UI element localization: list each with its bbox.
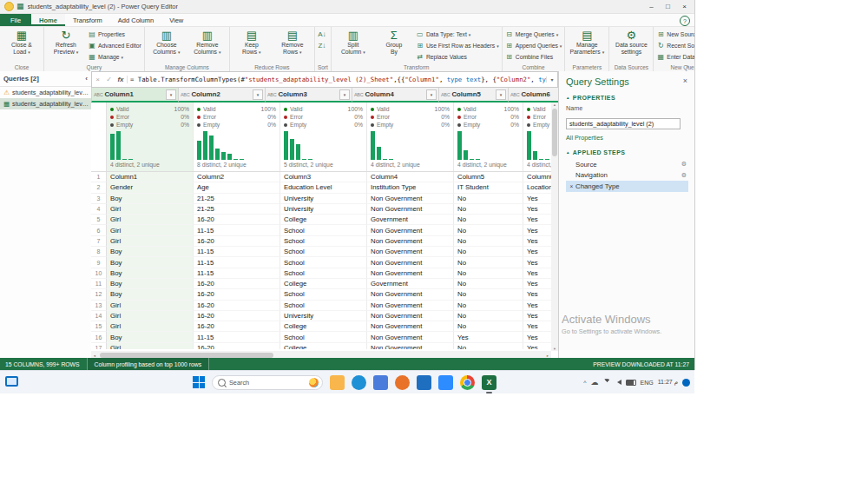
row-number[interactable]: 1 — [91, 172, 107, 182]
formula-input[interactable]: = Table.TransformColumnTypes(#"students_… — [128, 76, 546, 83]
query-name-input[interactable] — [566, 118, 681, 129]
vertical-scrollbar[interactable]: ▴ ▾ — [551, 103, 558, 351]
row-number[interactable]: 8 — [91, 247, 107, 257]
cell[interactable]: Boy — [107, 279, 194, 289]
cell[interactable]: University — [280, 204, 367, 215]
cell[interactable]: School — [280, 301, 367, 311]
cell[interactable]: Column2 — [194, 172, 280, 182]
cell[interactable]: Non Government — [367, 332, 454, 342]
cell[interactable]: Non Government — [367, 236, 454, 247]
cell[interactable]: Education Level — [280, 182, 367, 193]
cell[interactable]: Non Government — [367, 289, 454, 300]
ribbon-button-replace-values[interactable]: ⇄Replace Values — [416, 52, 499, 62]
cell[interactable]: Government — [367, 279, 454, 289]
cell[interactable]: No — [454, 204, 523, 215]
ribbon-button-new-source[interactable]: ⊞New Source▾ — [656, 30, 694, 39]
hidden-icons-chevron[interactable]: ^ — [583, 380, 586, 386]
ribbon-button-properties[interactable]: ▤Properties — [88, 30, 141, 39]
ribbon-button-sort-za[interactable]: Z↓ — [318, 41, 328, 50]
ribbon-button-append-queries[interactable]: ⊞Append Queries▾ — [505, 41, 562, 50]
battery-icon[interactable] — [626, 380, 636, 386]
monitor-icon[interactable] — [5, 376, 18, 387]
cell[interactable]: IT Student — [454, 182, 523, 193]
cell[interactable]: No — [454, 225, 523, 235]
row-number[interactable]: 10 — [91, 268, 107, 279]
gear-icon[interactable]: ⚙ — [681, 161, 687, 168]
cell[interactable]: 16-20 — [194, 289, 280, 300]
ribbon-button-remove-columns[interactable]: ▥RemoveColumns▾ — [188, 29, 227, 56]
row-number[interactable]: 12 — [91, 289, 107, 300]
cell[interactable]: Non Government — [367, 257, 454, 268]
query-item[interactable]: ⚠students_adaptability_level (2) — [0, 87, 91, 98]
row-number[interactable]: 16 — [91, 332, 107, 342]
ribbon-button-enter-data[interactable]: ▦Enter Data — [656, 52, 694, 62]
cell[interactable]: Non Government — [367, 268, 454, 279]
scroll-down-icon[interactable]: ▾ — [554, 347, 556, 351]
filter-dropdown-icon[interactable]: ▾ — [339, 89, 350, 100]
microsoft-edge-icon[interactable] — [352, 375, 366, 390]
cell[interactable]: No — [454, 215, 523, 225]
cell[interactable]: Girl — [107, 321, 194, 332]
cell[interactable]: Non Government — [367, 225, 454, 235]
ribbon-button-refresh-preview[interactable]: ↻RefreshPreview▾ — [47, 29, 85, 56]
close-button[interactable]: × — [676, 1, 693, 13]
ribbon-button-manage[interactable]: ▦Manage▾ — [88, 52, 141, 62]
start-button[interactable] — [193, 376, 205, 388]
cell[interactable]: Boy — [107, 247, 194, 257]
cell[interactable]: 16-20 — [194, 343, 280, 349]
language-indicator[interactable]: ENG — [641, 380, 654, 386]
cell[interactable]: Girl — [107, 236, 194, 247]
column-header-column6[interactable]: ABCColumn6▾ — [509, 88, 558, 103]
ribbon-button-close-load[interactable]: ▦Close &Load▾ — [3, 29, 41, 56]
ribbon-button-choose-columns[interactable]: ▥ChooseColumns▾ — [148, 29, 186, 56]
cancel-formula-icon[interactable]: × — [92, 76, 103, 83]
cell[interactable]: Government — [367, 215, 454, 225]
ribbon-button-group-by[interactable]: ΣGroupBy — [375, 29, 413, 56]
cell[interactable]: 16-20 — [194, 236, 280, 247]
properties-section-header[interactable]: ▲ PROPERTIES — [566, 95, 687, 101]
scroll-up-icon[interactable]: ▴ — [554, 103, 556, 107]
cell[interactable]: University — [280, 311, 367, 321]
scroll-left-icon[interactable]: ◂ — [91, 354, 98, 358]
cell[interactable]: College — [280, 215, 367, 225]
ribbon-button-manage-parameters[interactable]: ▤ManageParameters▾ — [568, 29, 606, 56]
cell[interactable]: Column4 — [367, 172, 454, 182]
cell[interactable]: College — [280, 279, 367, 289]
cell[interactable]: Non Government — [367, 321, 454, 332]
cell[interactable]: Institution Type — [367, 182, 454, 193]
cell[interactable]: No — [454, 268, 523, 279]
row-number[interactable]: 3 — [91, 194, 107, 204]
row-number[interactable]: 15 — [91, 321, 107, 332]
cell[interactable]: Column1 — [107, 172, 194, 182]
cell[interactable]: No — [454, 236, 523, 247]
applied-step-navigation[interactable]: Navigation⚙ — [566, 170, 688, 182]
row-number[interactable]: 7 — [91, 236, 107, 247]
excel-icon[interactable]: X — [482, 375, 496, 390]
column-header-column1[interactable]: ABCColumn1▾ — [92, 88, 179, 103]
filter-dropdown-icon[interactable]: ▾ — [253, 89, 263, 100]
cell[interactable]: University — [280, 194, 367, 204]
cell[interactable]: Boy — [107, 257, 194, 268]
wifi-icon[interactable] — [603, 379, 610, 386]
file-explorer-icon[interactable] — [330, 375, 345, 390]
ribbon-button-combine-files[interactable]: ⊞Combine Files — [505, 52, 562, 62]
cell[interactable]: No — [454, 257, 523, 268]
row-number[interactable]: 14 — [91, 311, 107, 321]
all-properties-link[interactable]: All Properties — [566, 134, 687, 142]
cell[interactable]: Age — [194, 182, 280, 193]
chrome-icon[interactable] — [460, 375, 475, 390]
teams-chat-icon[interactable] — [373, 375, 388, 390]
cell[interactable]: School — [280, 289, 367, 300]
zoom-icon[interactable] — [438, 375, 453, 390]
cell[interactable]: 16-20 — [194, 311, 280, 321]
cell[interactable]: 16-20 — [194, 215, 280, 225]
cell[interactable]: Girl — [107, 343, 194, 349]
cell[interactable]: College — [280, 321, 367, 332]
cell[interactable]: No — [454, 279, 523, 289]
ribbon-button-data-type-text[interactable]: ▭Data Type: Text▾ — [416, 30, 499, 39]
expand-formula-icon[interactable]: ▾ — [546, 76, 557, 83]
cell[interactable]: School — [280, 257, 367, 268]
cell[interactable]: No — [454, 343, 523, 349]
cell[interactable]: Boy — [107, 332, 194, 342]
outlook-icon[interactable] — [417, 375, 431, 390]
